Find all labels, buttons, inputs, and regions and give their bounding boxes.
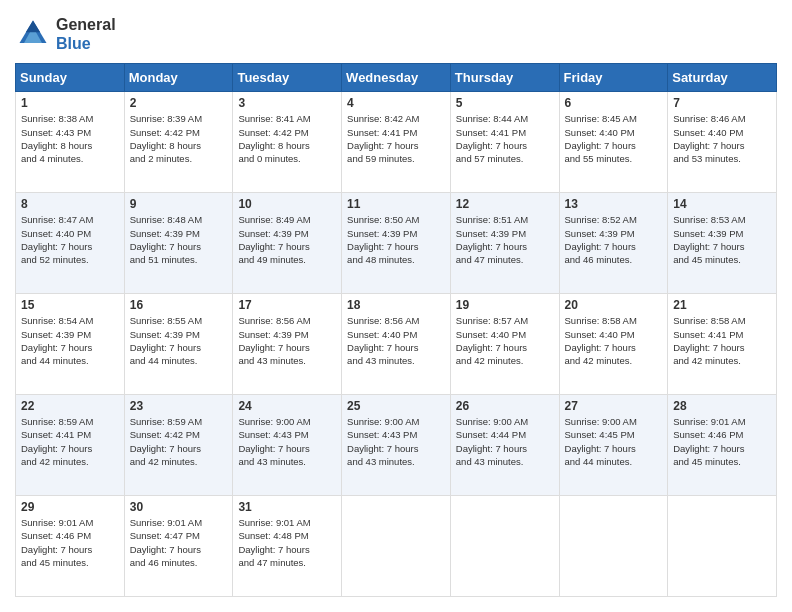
day-info: Sunrise: 9:01 AMSunset: 4:46 PMDaylight:… xyxy=(21,516,119,569)
day-info: Sunrise: 8:52 AMSunset: 4:39 PMDaylight:… xyxy=(565,213,663,266)
day-cell xyxy=(450,496,559,597)
day-cell: 5Sunrise: 8:44 AMSunset: 4:41 PMDaylight… xyxy=(450,92,559,193)
day-cell: 9Sunrise: 8:48 AMSunset: 4:39 PMDaylight… xyxy=(124,193,233,294)
day-number: 14 xyxy=(673,197,771,211)
day-cell: 19Sunrise: 8:57 AMSunset: 4:40 PMDayligh… xyxy=(450,294,559,395)
weekday-sunday: Sunday xyxy=(16,64,125,92)
day-number: 6 xyxy=(565,96,663,110)
day-info: Sunrise: 8:44 AMSunset: 4:41 PMDaylight:… xyxy=(456,112,554,165)
day-number: 22 xyxy=(21,399,119,413)
day-number: 1 xyxy=(21,96,119,110)
week-row-3: 15Sunrise: 8:54 AMSunset: 4:39 PMDayligh… xyxy=(16,294,777,395)
day-info: Sunrise: 8:58 AMSunset: 4:40 PMDaylight:… xyxy=(565,314,663,367)
day-number: 3 xyxy=(238,96,336,110)
day-cell: 27Sunrise: 9:00 AMSunset: 4:45 PMDayligh… xyxy=(559,395,668,496)
week-row-5: 29Sunrise: 9:01 AMSunset: 4:46 PMDayligh… xyxy=(16,496,777,597)
day-info: Sunrise: 8:59 AMSunset: 4:41 PMDaylight:… xyxy=(21,415,119,468)
day-info: Sunrise: 8:55 AMSunset: 4:39 PMDaylight:… xyxy=(130,314,228,367)
day-info: Sunrise: 8:49 AMSunset: 4:39 PMDaylight:… xyxy=(238,213,336,266)
day-info: Sunrise: 9:01 AMSunset: 4:47 PMDaylight:… xyxy=(130,516,228,569)
day-number: 31 xyxy=(238,500,336,514)
day-info: Sunrise: 9:00 AMSunset: 4:43 PMDaylight:… xyxy=(238,415,336,468)
day-number: 12 xyxy=(456,197,554,211)
weekday-friday: Friday xyxy=(559,64,668,92)
logo: General Blue xyxy=(15,15,116,53)
day-info: Sunrise: 9:01 AMSunset: 4:46 PMDaylight:… xyxy=(673,415,771,468)
day-info: Sunrise: 8:59 AMSunset: 4:42 PMDaylight:… xyxy=(130,415,228,468)
day-info: Sunrise: 8:50 AMSunset: 4:39 PMDaylight:… xyxy=(347,213,445,266)
day-info: Sunrise: 8:56 AMSunset: 4:40 PMDaylight:… xyxy=(347,314,445,367)
day-cell: 8Sunrise: 8:47 AMSunset: 4:40 PMDaylight… xyxy=(16,193,125,294)
day-cell: 20Sunrise: 8:58 AMSunset: 4:40 PMDayligh… xyxy=(559,294,668,395)
day-number: 29 xyxy=(21,500,119,514)
day-cell xyxy=(668,496,777,597)
day-info: Sunrise: 8:48 AMSunset: 4:39 PMDaylight:… xyxy=(130,213,228,266)
day-cell: 29Sunrise: 9:01 AMSunset: 4:46 PMDayligh… xyxy=(16,496,125,597)
weekday-saturday: Saturday xyxy=(668,64,777,92)
day-cell: 7Sunrise: 8:46 AMSunset: 4:40 PMDaylight… xyxy=(668,92,777,193)
day-number: 4 xyxy=(347,96,445,110)
weekday-monday: Monday xyxy=(124,64,233,92)
day-number: 7 xyxy=(673,96,771,110)
day-cell: 16Sunrise: 8:55 AMSunset: 4:39 PMDayligh… xyxy=(124,294,233,395)
day-cell: 11Sunrise: 8:50 AMSunset: 4:39 PMDayligh… xyxy=(342,193,451,294)
day-info: Sunrise: 8:54 AMSunset: 4:39 PMDaylight:… xyxy=(21,314,119,367)
day-info: Sunrise: 8:51 AMSunset: 4:39 PMDaylight:… xyxy=(456,213,554,266)
day-info: Sunrise: 8:41 AMSunset: 4:42 PMDaylight:… xyxy=(238,112,336,165)
day-number: 18 xyxy=(347,298,445,312)
day-info: Sunrise: 8:45 AMSunset: 4:40 PMDaylight:… xyxy=(565,112,663,165)
weekday-header-row: SundayMondayTuesdayWednesdayThursdayFrid… xyxy=(16,64,777,92)
day-info: Sunrise: 8:46 AMSunset: 4:40 PMDaylight:… xyxy=(673,112,771,165)
day-number: 17 xyxy=(238,298,336,312)
day-number: 23 xyxy=(130,399,228,413)
day-cell: 22Sunrise: 8:59 AMSunset: 4:41 PMDayligh… xyxy=(16,395,125,496)
day-cell: 2Sunrise: 8:39 AMSunset: 4:42 PMDaylight… xyxy=(124,92,233,193)
weekday-tuesday: Tuesday xyxy=(233,64,342,92)
day-info: Sunrise: 9:00 AMSunset: 4:43 PMDaylight:… xyxy=(347,415,445,468)
day-number: 19 xyxy=(456,298,554,312)
day-cell: 17Sunrise: 8:56 AMSunset: 4:39 PMDayligh… xyxy=(233,294,342,395)
day-number: 30 xyxy=(130,500,228,514)
day-number: 28 xyxy=(673,399,771,413)
day-info: Sunrise: 8:39 AMSunset: 4:42 PMDaylight:… xyxy=(130,112,228,165)
day-number: 25 xyxy=(347,399,445,413)
day-cell: 13Sunrise: 8:52 AMSunset: 4:39 PMDayligh… xyxy=(559,193,668,294)
day-cell: 28Sunrise: 9:01 AMSunset: 4:46 PMDayligh… xyxy=(668,395,777,496)
day-info: Sunrise: 8:58 AMSunset: 4:41 PMDaylight:… xyxy=(673,314,771,367)
day-cell: 21Sunrise: 8:58 AMSunset: 4:41 PMDayligh… xyxy=(668,294,777,395)
day-cell: 31Sunrise: 9:01 AMSunset: 4:48 PMDayligh… xyxy=(233,496,342,597)
day-number: 9 xyxy=(130,197,228,211)
week-row-1: 1Sunrise: 8:38 AMSunset: 4:43 PMDaylight… xyxy=(16,92,777,193)
day-info: Sunrise: 9:00 AMSunset: 4:45 PMDaylight:… xyxy=(565,415,663,468)
day-cell: 12Sunrise: 8:51 AMSunset: 4:39 PMDayligh… xyxy=(450,193,559,294)
weekday-wednesday: Wednesday xyxy=(342,64,451,92)
day-cell: 30Sunrise: 9:01 AMSunset: 4:47 PMDayligh… xyxy=(124,496,233,597)
page-container: General Blue SundayMondayTuesdayWednesda… xyxy=(0,0,792,612)
day-number: 10 xyxy=(238,197,336,211)
logo-icon xyxy=(15,16,51,52)
day-cell: 26Sunrise: 9:00 AMSunset: 4:44 PMDayligh… xyxy=(450,395,559,496)
day-cell: 1Sunrise: 8:38 AMSunset: 4:43 PMDaylight… xyxy=(16,92,125,193)
day-cell: 10Sunrise: 8:49 AMSunset: 4:39 PMDayligh… xyxy=(233,193,342,294)
day-number: 27 xyxy=(565,399,663,413)
day-info: Sunrise: 8:47 AMSunset: 4:40 PMDaylight:… xyxy=(21,213,119,266)
day-number: 13 xyxy=(565,197,663,211)
svg-marker-2 xyxy=(26,21,40,33)
day-cell: 24Sunrise: 9:00 AMSunset: 4:43 PMDayligh… xyxy=(233,395,342,496)
day-cell: 15Sunrise: 8:54 AMSunset: 4:39 PMDayligh… xyxy=(16,294,125,395)
day-cell: 6Sunrise: 8:45 AMSunset: 4:40 PMDaylight… xyxy=(559,92,668,193)
day-cell: 18Sunrise: 8:56 AMSunset: 4:40 PMDayligh… xyxy=(342,294,451,395)
week-row-4: 22Sunrise: 8:59 AMSunset: 4:41 PMDayligh… xyxy=(16,395,777,496)
day-number: 11 xyxy=(347,197,445,211)
day-number: 26 xyxy=(456,399,554,413)
day-cell: 23Sunrise: 8:59 AMSunset: 4:42 PMDayligh… xyxy=(124,395,233,496)
day-info: Sunrise: 9:01 AMSunset: 4:48 PMDaylight:… xyxy=(238,516,336,569)
header: General Blue xyxy=(15,15,777,53)
day-cell: 3Sunrise: 8:41 AMSunset: 4:42 PMDaylight… xyxy=(233,92,342,193)
day-cell xyxy=(559,496,668,597)
day-number: 16 xyxy=(130,298,228,312)
day-info: Sunrise: 8:56 AMSunset: 4:39 PMDaylight:… xyxy=(238,314,336,367)
day-number: 24 xyxy=(238,399,336,413)
day-cell xyxy=(342,496,451,597)
week-row-2: 8Sunrise: 8:47 AMSunset: 4:40 PMDaylight… xyxy=(16,193,777,294)
